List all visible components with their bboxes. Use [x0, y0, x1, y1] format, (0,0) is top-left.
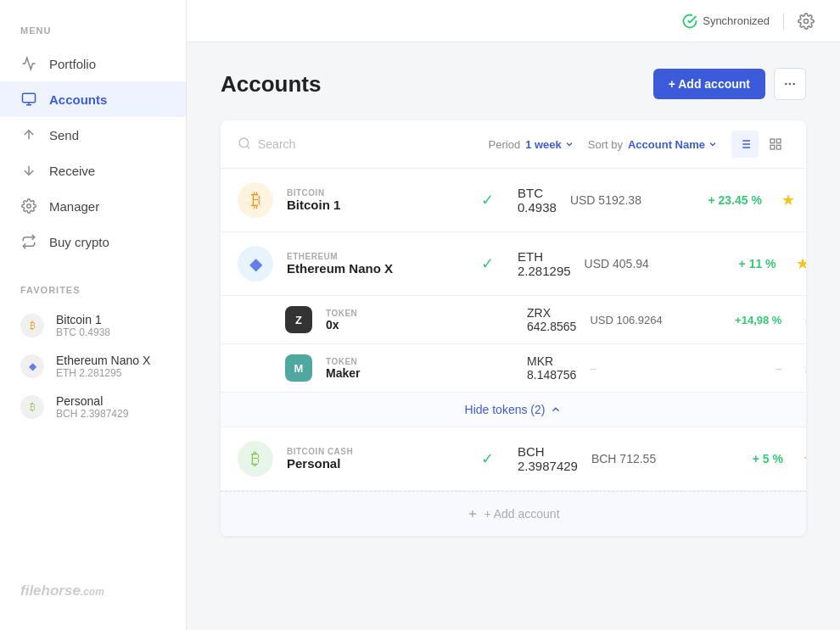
personal-logo: ₿ [238, 441, 273, 477]
sidebar-item-buy-crypto[interactable]: Buy crypto [0, 224, 186, 259]
manager-label: Manager [49, 199, 99, 214]
fav-item-personal[interactable]: ₿ Personal BCH 2.3987429 [0, 387, 186, 427]
accounts-table: ₿ BITCOIN Bitcoin 1 ✓ BTC 0.4938 USD 519… [221, 169, 806, 536]
bitcoin1-info: BITCOIN Bitcoin 1 [287, 188, 456, 212]
add-account-row-button[interactable]: + Add account [221, 491, 806, 536]
fav-item-ethnanox[interactable]: ◆ Ethereum Nano X ETH 2.281295 [0, 346, 186, 387]
ethnanox-change: + 11 % [700, 257, 776, 270]
svg-point-10 [239, 138, 249, 148]
sync-check-icon [682, 14, 697, 29]
fav-personal-icon: ₿ [20, 395, 44, 419]
accounts-container: Period 1 week Sort by Account Name [221, 120, 806, 536]
toolbar-right: Period 1 week Sort by Account Name [489, 131, 789, 158]
maker-usd: – [590, 362, 692, 375]
fav-ethnanox-icon: ◆ [20, 354, 44, 378]
portfolio-label: Portfolio [49, 57, 96, 71]
hide-tokens-label: Hide tokens (2) [465, 403, 546, 416]
search-input[interactable] [258, 137, 475, 151]
ethnanox-logo: ◆ [238, 246, 273, 282]
ethnanox-balance: ETH 2.281295 [518, 249, 571, 278]
view-toggle [731, 131, 789, 158]
svg-point-8 [789, 83, 792, 86]
main-content: Synchronized Accounts + Add account [187, 0, 840, 630]
accounts-icon [20, 91, 37, 108]
header-actions: + Add account [653, 68, 806, 100]
maker-balance: MKR 8.148756 [527, 354, 576, 382]
more-options-button[interactable] [774, 68, 806, 100]
menu-label: MENU [0, 25, 186, 46]
sync-label: Synchronized [703, 14, 770, 27]
maker-type: TOKEN [326, 357, 466, 366]
period-value-button[interactable]: 1 week [525, 138, 574, 151]
favorites-label: FAVORITES [0, 268, 186, 305]
bitcoin1-star-button[interactable]: ★ [776, 191, 801, 209]
period-filter: Period 1 week [489, 138, 574, 151]
check-icon: ✓ [481, 254, 494, 273]
svg-point-5 [27, 204, 31, 209]
sidebar-item-receive[interactable]: Receive [0, 153, 186, 188]
page-title: Accounts [221, 71, 321, 98]
svg-rect-20 [770, 145, 775, 149]
personal-change: + 5 % [707, 452, 783, 466]
personal-balance: BCH 2.3987429 [518, 444, 578, 473]
0x-usd: USD 106.9264 [590, 314, 692, 326]
0x-star-button[interactable]: ☆ [795, 312, 806, 328]
accounts-label: Accounts [49, 92, 107, 107]
bitcoin1-type: BITCOIN [287, 188, 456, 198]
hide-tokens-button[interactable]: Hide tokens (2) [221, 393, 806, 427]
sidebar-item-accounts[interactable]: Accounts [0, 81, 186, 117]
sortby-value-button[interactable]: Account Name [628, 138, 718, 151]
personal-name: Personal [287, 456, 456, 471]
maker-star-button[interactable]: ☆ [795, 360, 806, 376]
0x-info: TOKEN 0x [326, 309, 466, 332]
ethnanox-star-button[interactable]: ★ [790, 254, 806, 273]
sidebar-item-portfolio[interactable]: Portfolio [0, 46, 186, 81]
account-row-bitcoin1[interactable]: ₿ BITCOIN Bitcoin 1 ✓ BTC 0.4938 USD 519… [221, 169, 806, 232]
settings-button[interactable] [798, 13, 815, 30]
search-wrap [238, 137, 475, 153]
0x-name: 0x [326, 318, 466, 332]
svg-rect-0 [23, 93, 36, 103]
ethnanox-sync-check: ✓ [470, 254, 504, 273]
fav-personal-name: Personal [56, 394, 128, 408]
grid-view-button[interactable] [762, 131, 789, 158]
0x-change: +14,98 % [705, 314, 781, 326]
sidebar-item-manager[interactable]: Manager [0, 188, 186, 224]
fav-personal-balance: BCH 2.3987429 [56, 408, 128, 420]
page-header: Accounts + Add account [221, 68, 806, 100]
ethnanox-usd: USD 405.94 [585, 257, 686, 270]
svg-line-11 [247, 146, 249, 148]
maker-logo: M [285, 354, 312, 382]
bitcoin1-logo: ₿ [238, 182, 273, 218]
token-row-0x[interactable]: Z TOKEN 0x ZRX 642.8565 USD 106.9264 +14… [221, 296, 806, 344]
fav-item-bitcoin1[interactable]: ₿ Bitcoin 1 BTC 0.4938 [0, 305, 186, 346]
fav-ethnanox-name: Ethereum Nano X [56, 354, 150, 367]
buy-crypto-icon [20, 233, 37, 250]
sync-badge: Synchronized [682, 14, 770, 29]
maker-change: – [705, 362, 781, 375]
account-row-personal[interactable]: ₿ BITCOIN CASH Personal ✓ BCH 2.3987429 … [221, 427, 806, 491]
svg-point-9 [792, 83, 795, 86]
svg-rect-18 [770, 139, 775, 143]
topbar: Synchronized [187, 0, 840, 42]
fav-bitcoin1-balance: BTC 0.4938 [56, 326, 110, 338]
check-icon: ✓ [481, 449, 494, 468]
token-row-maker[interactable]: M TOKEN Maker MKR 8.148756 – – ☆ [221, 344, 806, 393]
personal-star-button[interactable]: ★ [797, 449, 806, 468]
bitcoin1-name: Bitcoin 1 [287, 198, 456, 212]
period-label: Period [489, 138, 521, 151]
receive-label: Receive [49, 164, 95, 178]
add-account-button[interactable]: + Add account [653, 69, 765, 99]
content-area: Accounts + Add account [187, 42, 840, 630]
ethnanox-info: ETHEREUM Ethereum Nano X [287, 252, 456, 276]
0x-logo: Z [285, 306, 312, 333]
list-view-button[interactable] [731, 131, 759, 158]
sidebar-item-send[interactable]: Send [0, 117, 186, 153]
svg-point-6 [804, 19, 809, 23]
svg-point-7 [785, 83, 787, 86]
check-icon: ✓ [481, 191, 494, 209]
add-account-row-label: + Add account [484, 507, 559, 521]
account-row-ethnanox[interactable]: ◆ ETHEREUM Ethereum Nano X ✓ ETH 2.28129… [221, 232, 806, 296]
receive-icon [20, 162, 37, 179]
fav-ethnanox-balance: ETH 2.281295 [56, 367, 150, 379]
